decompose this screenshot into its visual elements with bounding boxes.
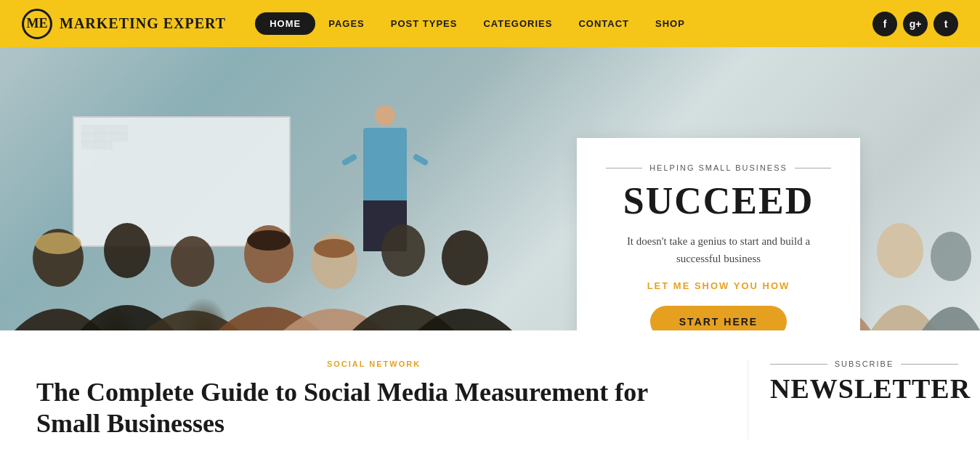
svg-point-6: [442, 230, 488, 285]
nav-item-pages[interactable]: PAGES: [315, 12, 378, 35]
nav-item-contact[interactable]: CONTACT: [565, 12, 642, 35]
svg-point-7: [35, 232, 81, 254]
nav-item-home[interactable]: HOME: [255, 12, 315, 35]
start-here-button[interactable]: START HERE: [650, 306, 787, 330]
svg-point-2: [171, 236, 214, 287]
twitter-icon[interactable]: t: [934, 12, 958, 36]
content-section: SOCIAL NETWORK The Complete Guide to Soc…: [0, 330, 980, 439]
hero-card: HELPING SMALL BUSINESS SUCCEED It doesn'…: [577, 138, 860, 330]
facebook-icon[interactable]: f: [872, 12, 897, 36]
subscribe-widget: SUBSCRIBE NEWSLETTER: [770, 359, 958, 405]
googleplus-icon[interactable]: g+: [903, 12, 928, 36]
svg-point-5: [381, 224, 425, 277]
hero-cta-link[interactable]: LET ME SHOW YOU HOW: [606, 280, 831, 291]
subscribe-label: SUBSCRIBE: [770, 359, 958, 368]
svg-point-8: [247, 230, 291, 251]
social-icons: f g+ t: [872, 12, 958, 36]
main-content: SOCIAL NETWORK The Complete Guide to Soc…: [0, 359, 748, 439]
svg-point-12: [931, 232, 971, 281]
svg-point-11: [877, 223, 923, 278]
hero-title: SUCCEED: [606, 179, 831, 222]
newsletter-title: NEWSLETTER: [770, 373, 958, 405]
logo[interactable]: ME MARKETING EXPERT: [22, 9, 226, 39]
svg-point-1: [104, 223, 150, 278]
nav-item-shop[interactable]: SHOP: [642, 12, 698, 35]
hero-description: It doesn't take a genius to start and bu…: [606, 232, 831, 267]
article-category[interactable]: SOCIAL NETWORK: [36, 359, 711, 368]
logo-icon: ME: [22, 9, 52, 39]
article-title: The Complete Guide to Social Media Measu…: [36, 377, 711, 439]
header: ME MARKETING EXPERT HOME PAGES POST TYPE…: [0, 0, 980, 47]
svg-point-9: [314, 239, 355, 258]
nav-item-post-types[interactable]: POST TYPES: [378, 12, 471, 35]
hero-tagline: HELPING SMALL BUSINESS: [606, 163, 831, 172]
nav-item-categories[interactable]: CATEGORIES: [470, 12, 565, 35]
hero-section: ░░░░░░░░░░░░░░░░░░░░░░░░: [0, 47, 980, 330]
logo-text: MARKETING EXPERT: [60, 15, 226, 32]
main-nav: HOME PAGES POST TYPES CATEGORIES CONTACT…: [255, 12, 698, 35]
sidebar: SUBSCRIBE NEWSLETTER: [748, 359, 980, 439]
audience-left: [0, 47, 545, 330]
